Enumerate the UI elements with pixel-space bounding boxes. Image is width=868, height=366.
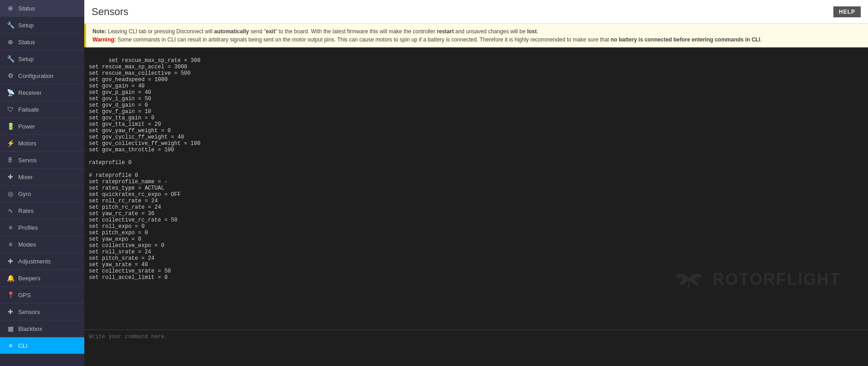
note-prefix: Note:	[92, 28, 107, 35]
failsafe-icon: 🛡	[6, 106, 15, 113]
sidebar-item-label: Profiles	[18, 224, 38, 231]
sidebar-item-modes[interactable]: ≡ Modes	[0, 236, 84, 253]
sidebar-item-blackbox[interactable]: ▦ Blackbox	[0, 320, 84, 337]
modes-icon: ≡	[6, 241, 15, 248]
note-bold2: exit	[266, 28, 275, 35]
main-content: Sensors HELP Note: Leaving CLI tab or pr…	[84, 0, 868, 366]
sidebar-item-label: Status	[18, 5, 35, 12]
sidebar-item-gyro[interactable]: ◎ Gyro	[0, 186, 84, 202]
warning-prefix: Warning:	[92, 36, 116, 43]
svg-point-0	[687, 278, 691, 281]
note-bold4: lost	[527, 28, 537, 35]
sidebar-item-setup[interactable]: 🔧 Setup	[0, 51, 84, 67]
sidebar-item-label: Power	[18, 123, 35, 130]
note-text3: " to the board. With the latest firmware…	[275, 28, 437, 35]
warning-bold: no battery is connected before entering …	[611, 36, 760, 43]
cli-output: set rescue_max_sp_rate = 300 set rescue_…	[84, 47, 868, 330]
sidebar-item-label: Failsafe	[18, 106, 39, 113]
cli-input[interactable]	[89, 334, 863, 361]
sidebar-item-label: Configuration	[18, 72, 53, 79]
sidebar-item-setup-top[interactable]: 🔧 Setup	[0, 17, 84, 34]
note-bold3: restart	[437, 28, 454, 35]
sidebar-item-rates[interactable]: ∿ Rates	[0, 202, 84, 219]
warning-end: .	[760, 36, 762, 43]
beepers-icon: 🔔	[6, 274, 15, 282]
cli-icon: ≡	[6, 342, 15, 349]
sidebar-item-configuration[interactable]: ⚙ Configuration	[0, 67, 84, 84]
watermark-text: ROTORFLIGHT	[713, 270, 841, 289]
page-header: Sensors HELP	[84, 0, 868, 24]
adjustments-icon: ✚	[6, 258, 15, 265]
sidebar-item-label: Setup	[18, 56, 34, 62]
sidebar-item-label: Mixer	[18, 174, 33, 180]
sidebar-item-label: Adjustments	[18, 258, 51, 265]
mixer-icon: ✚	[6, 173, 15, 180]
sidebar-item-label: Status	[18, 39, 35, 46]
status-top-icon: ⊕	[6, 5, 15, 12]
sidebar-item-label: Rates	[18, 207, 34, 214]
warning-text: Some commands in CLI can result in arbit…	[116, 36, 611, 43]
sidebar-item-mixer[interactable]: ✚ Mixer	[0, 169, 84, 186]
sidebar-item-gps[interactable]: 📍 GPS	[0, 287, 84, 304]
power-icon: 🔋	[6, 123, 15, 130]
sidebar-item-label: CLI	[18, 342, 27, 349]
sidebar-item-profiles[interactable]: ≡ Profiles	[0, 219, 84, 236]
cli-input-area	[84, 330, 868, 366]
status-icon: ⊕	[6, 38, 15, 46]
sidebar: ⊕ Status 🔧 Setup ⊕ Status 🔧 Setup ⚙ Conf…	[0, 0, 84, 366]
sidebar-item-status-top[interactable]: ⊕ Status	[0, 0, 84, 17]
servos-icon: 🎚	[6, 156, 15, 164]
help-button[interactable]: HELP	[833, 6, 861, 17]
sidebar-item-sensors[interactable]: ✚ Sensors	[0, 304, 84, 320]
sidebar-item-adjustments[interactable]: ✚ Adjustments	[0, 253, 84, 270]
gyro-icon: ◎	[6, 190, 15, 197]
note-text2: send "	[249, 28, 266, 35]
configuration-icon: ⚙	[6, 72, 15, 79]
profiles-icon: ≡	[6, 224, 15, 231]
sidebar-item-beepers[interactable]: 🔔 Beepers	[0, 270, 84, 287]
sidebar-item-status[interactable]: ⊕ Status	[0, 34, 84, 51]
note-text1: Leaving CLI tab or pressing Disconnect w…	[107, 28, 214, 35]
sidebar-item-label: Blackbox	[18, 325, 42, 332]
sensors-icon: ✚	[6, 308, 15, 315]
rotorflight-logo-icon	[671, 266, 707, 293]
sidebar-item-power[interactable]: 🔋 Power	[0, 118, 84, 135]
cli-output-text: set rescue_max_sp_rate = 300 set rescue_…	[89, 57, 200, 281]
motors-icon: ⚡	[6, 139, 15, 147]
sidebar-item-label: Beepers	[18, 275, 40, 282]
setup-icon: 🔧	[6, 55, 15, 62]
rates-icon: ∿	[6, 207, 15, 214]
sidebar-item-label: Gyro	[18, 191, 31, 197]
gps-icon: 📍	[6, 291, 15, 299]
sidebar-item-cli[interactable]: ≡ CLI	[0, 337, 84, 354]
note-bold1: automatically	[214, 28, 249, 35]
sidebar-item-motors[interactable]: ⚡ Motors	[0, 135, 84, 152]
setup-top-icon: 🔧	[6, 21, 15, 29]
sidebar-item-label: GPS	[18, 292, 31, 299]
page-title: Sensors	[92, 6, 128, 18]
cli-area: set rescue_max_sp_rate = 300 set rescue_…	[84, 47, 868, 366]
notice-bar: Note: Leaving CLI tab or pressing Discon…	[84, 24, 868, 47]
sidebar-item-label: Motors	[18, 140, 36, 147]
sidebar-item-label: Servos	[18, 157, 36, 164]
sidebar-item-failsafe[interactable]: 🛡 Failsafe	[0, 101, 84, 118]
sidebar-item-servos[interactable]: 🎚 Servos	[0, 152, 84, 169]
notice-line1: Note: Leaving CLI tab or pressing Discon…	[92, 27, 862, 36]
notice-line2: Warning: Some commands in CLI can result…	[92, 36, 862, 44]
sidebar-item-label: Receiver	[18, 89, 41, 96]
note-text4: and unsaved changes will be	[454, 28, 527, 35]
blackbox-icon: ▦	[6, 325, 15, 332]
note-text5: .	[537, 28, 538, 35]
sidebar-item-label: Setup	[18, 22, 34, 29]
sidebar-item-label: Sensors	[18, 309, 40, 315]
receiver-icon: 📡	[6, 89, 15, 96]
watermark: ROTORFLIGHT	[671, 266, 841, 293]
sidebar-item-receiver[interactable]: 📡 Receiver	[0, 84, 84, 101]
sidebar-item-label: Modes	[18, 241, 36, 248]
